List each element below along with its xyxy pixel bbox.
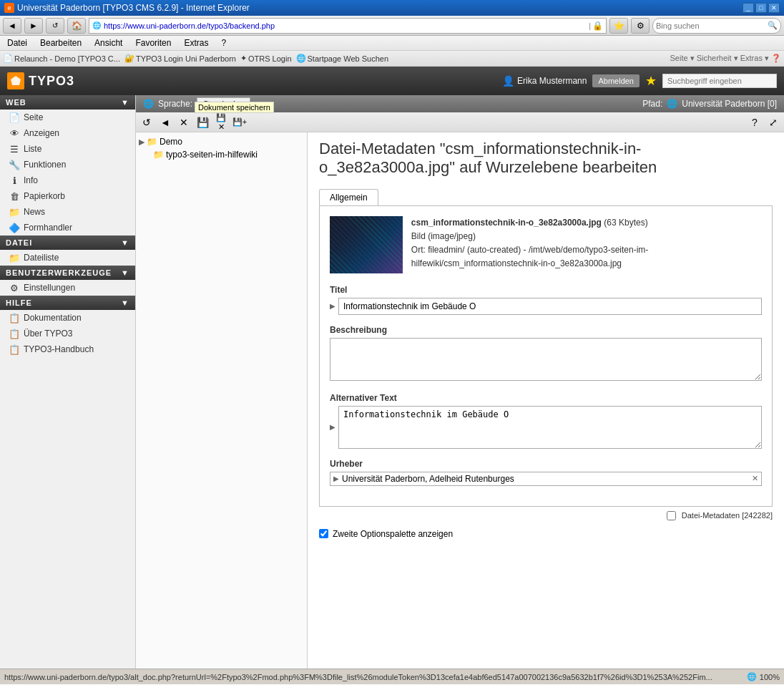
tree-hilfewiki-label: typo3-seiten-im-hilfewiki [166, 150, 258, 160]
dateiliste-icon: 📁 [9, 252, 20, 263]
menu-favoriten[interactable]: Favoriten [132, 37, 174, 49]
form-field-urheber: Urheber ▶ ✕ [330, 459, 762, 486]
tools-button[interactable]: ⚙ [631, 18, 650, 34]
sidebar-section-web: WEB ▼ [0, 95, 135, 110]
titel-input[interactable] [338, 298, 762, 315]
content-split: ▶ 📁 Demo 📁 typo3-seiten-im-hilfewiki Dat… [136, 132, 784, 669]
urheber-clear-button[interactable]: ✕ [752, 474, 758, 483]
form-footer: Datei-Metadaten [242282] [319, 507, 773, 525]
bookmark-icon-2: ✦ [240, 54, 247, 63]
refresh-button[interactable]: ↺ [46, 18, 64, 34]
sidebar-item-news[interactable]: 📁 News [0, 204, 135, 220]
menu-bearbeiten[interactable]: Bearbeiten [37, 37, 84, 49]
menu-extras[interactable]: Extras [181, 37, 211, 49]
metadata-checkbox[interactable] [667, 511, 676, 520]
home-button[interactable]: 🏠 [67, 18, 86, 34]
bookmark-otrs[interactable]: ✦ OTRS Login [240, 54, 292, 63]
sidebar-item-dateiliste[interactable]: 📁 Dateiliste [0, 250, 135, 266]
funktionen-icon: 🔧 [9, 159, 20, 170]
form-field-alternativertext: Alternativer Text ▶ Informationstechnik … [330, 393, 762, 449]
field-arrow-urheber: ▶ [333, 475, 339, 482]
sidebar-collapse-benutzerwerkzeuge[interactable]: ▼ [121, 268, 129, 277]
language-select[interactable]: Standard [197, 97, 250, 110]
alternativertext-textarea[interactable]: Informationstechnik im Gebäude O [338, 406, 762, 449]
back-toolbar-button[interactable]: ◄ [157, 115, 173, 130]
file-ort-value: fileadmin/ (auto-created) - /imt/web/dem… [411, 245, 648, 268]
folder-icon: 📁 [147, 137, 157, 147]
sidebar: WEB ▼ 📄 Seite 👁 Anzeigen ☰ Liste 🔧 Funkt… [0, 95, 136, 669]
menu-ansicht[interactable]: Ansicht [92, 37, 125, 49]
bookmark-star-button[interactable]: ★ [645, 73, 657, 89]
fullscreen-button[interactable]: ⤢ [765, 115, 781, 130]
path-value: Universität Paderborn [0] [682, 99, 777, 109]
sidebar-item-ueber-typo3[interactable]: 📋 Über TYPO3 [0, 326, 135, 341]
menu-datei[interactable]: Datei [4, 37, 30, 49]
liste-icon: ☰ [9, 143, 20, 155]
tree-item-demo[interactable]: ▶ 📁 Demo [139, 135, 304, 148]
tab-allgemein[interactable]: Allgemein [319, 189, 378, 205]
sidebar-collapse-datei[interactable]: ▼ [121, 238, 129, 247]
urheber-tag-input[interactable]: ▶ ✕ [330, 472, 762, 486]
field-input-row-alt: ▶ Informationstechnik im Gebäude O [330, 406, 762, 449]
minimize-btn[interactable]: _ [743, 3, 754, 13]
help-button[interactable]: ? [747, 115, 763, 130]
svg-marker-0 [11, 76, 21, 85]
tree-demo-label: Demo [160, 137, 182, 147]
sidebar-item-funktionen[interactable]: 🔧 Funktionen [0, 157, 135, 173]
statusbar: https://www.uni-paderborn.de/typo3/alt_d… [0, 669, 784, 684]
address-bar[interactable]: 🌐 | 🔒 [89, 18, 607, 34]
tree-item-hilfewiki[interactable]: 📁 typo3-seiten-im-hilfewiki [139, 148, 304, 161]
url-input[interactable] [104, 21, 587, 30]
sidebar-item-handbuch[interactable]: 📋 TYPO3-Handbuch [0, 341, 135, 357]
sidebar-collapse-web[interactable]: ▼ [121, 98, 129, 107]
cmd-bar-right: Seite ▾ Sicherheit ▾ Extras ▾ ❓ [670, 54, 782, 63]
close-btn[interactable]: ✕ [768, 3, 780, 13]
file-size: (63 Kbytes) [604, 218, 647, 228]
back-button[interactable]: ◄ [3, 18, 21, 34]
urheber-input[interactable] [342, 474, 749, 484]
anzeigen-icon: 👁 [9, 127, 20, 139]
save-new-button[interactable]: 💾+ [232, 115, 248, 130]
file-name: csm_informationstechnik-in-o_3e82a3000a.… [411, 218, 602, 228]
save-close-button[interactable]: 💾✕ [213, 115, 229, 130]
sidebar-item-einstellungen[interactable]: ⚙ Einstellungen [0, 280, 135, 296]
lang-path-bar: 🌐 Sprache: Standard Pfad: 🌐 Universität … [136, 95, 784, 112]
sidebar-item-dokumentation[interactable]: 📋 Dokumentation [0, 310, 135, 326]
zone-icon: 🌐 [747, 672, 757, 681]
favorites-button[interactable]: ⭐ [609, 18, 628, 34]
sidebar-item-anzeigen[interactable]: 👁 Anzeigen [0, 125, 135, 141]
file-type: Bild (image/jpeg) [411, 230, 762, 243]
sidebar-item-papierkorb[interactable]: 🗑 Papierkorb [0, 188, 135, 204]
sidebar-item-info[interactable]: ℹ Info [0, 173, 135, 188]
browser-search-bar[interactable]: 🔍 [652, 18, 781, 34]
typo3-logo-text: TYPO3 [29, 74, 74, 89]
second-options-checkbox[interactable] [319, 529, 328, 538]
bookmark-typo3login[interactable]: 🔐 TYPO3 Login Uni Paderborn [124, 54, 236, 63]
browser-menubar: Datei Bearbeiten Ansicht Favoriten Extra… [0, 36, 784, 51]
field-label-alternativertext: Alternativer Text [330, 393, 762, 403]
tab-content-allgemein: csm_informationstechnik-in-o_3e82a3000a.… [319, 205, 773, 507]
browser-search-input[interactable] [656, 21, 768, 30]
beschreibung-textarea[interactable] [330, 338, 762, 381]
close-toolbar-button[interactable]: ✕ [176, 115, 192, 130]
typo3-search-input[interactable] [662, 74, 777, 88]
refresh-page-button[interactable]: ↺ [139, 115, 155, 130]
save-document-button[interactable]: 💾 [195, 115, 210, 130]
maximize-btn[interactable]: □ [755, 3, 767, 13]
bookmark-relaunch[interactable]: 📄 Relaunch - Demo [TYPO3 C... [3, 54, 120, 63]
sidebar-item-liste[interactable]: ☰ Liste [0, 141, 135, 157]
sidebar-item-seite[interactable]: 📄 Seite [0, 110, 135, 125]
menu-help[interactable]: ? [218, 37, 229, 49]
typo3-app: TYPO3 👤 Erika Mustermann Abmelden ★ WEB … [0, 67, 784, 669]
browser-toolbar: ◄ ► ↺ 🏠 🌐 | 🔒 ⭐ ⚙ 🔍 [0, 16, 784, 36]
thumb-overlay [330, 216, 403, 273]
sidebar-item-formhandler[interactable]: 🔷 Formhandler [0, 220, 135, 235]
bookmark-startpage[interactable]: 🌐 Startpage Web Suchen [296, 54, 389, 63]
handbuch-icon: 📋 [9, 344, 20, 355]
main-area: 🌐 Sprache: Standard Pfad: 🌐 Universität … [136, 95, 784, 669]
logout-button[interactable]: Abmelden [592, 74, 640, 87]
field-label-titel: Titel [330, 285, 762, 295]
sidebar-collapse-hilfe[interactable]: ▼ [121, 298, 129, 307]
typo3-content: WEB ▼ 📄 Seite 👁 Anzeigen ☰ Liste 🔧 Funkt… [0, 95, 784, 669]
forward-button[interactable]: ► [24, 18, 43, 34]
